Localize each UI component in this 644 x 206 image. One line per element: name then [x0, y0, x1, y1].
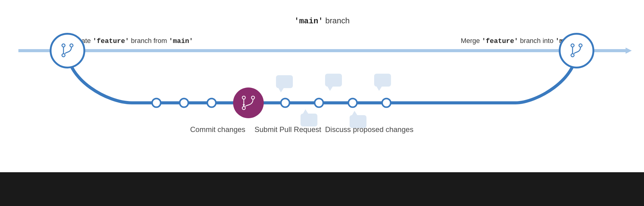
svg-point-15: [207, 99, 216, 107]
svg-point-24: [348, 99, 357, 107]
comment-bubble-2: [301, 109, 317, 126]
svg-marker-35: [377, 87, 382, 91]
svg-marker-29: [303, 109, 308, 114]
svg-marker-27: [278, 88, 284, 92]
svg-point-8: [560, 34, 593, 68]
svg-point-13: [152, 99, 161, 107]
svg-point-16: [233, 87, 264, 118]
svg-marker-31: [328, 87, 333, 91]
comment-bubble-1: [276, 75, 293, 92]
svg-point-23: [315, 99, 323, 107]
svg-rect-34: [374, 74, 391, 87]
svg-point-22: [281, 99, 289, 107]
submit-pr-label: Submit Pull Request: [255, 125, 321, 134]
bottom-bar: [0, 172, 644, 206]
diagram-area: 'main' branch Create 'feature' branch fr…: [0, 0, 644, 172]
comment-bubble-3: [325, 74, 342, 91]
svg-rect-30: [325, 74, 342, 87]
svg-point-14: [180, 99, 188, 107]
svg-point-3: [51, 34, 84, 68]
discuss-label: Discuss proposed changes: [325, 125, 413, 134]
svg-point-25: [382, 99, 391, 107]
diagram-svg: [0, 0, 644, 172]
svg-marker-33: [352, 111, 357, 115]
svg-rect-28: [301, 114, 317, 126]
svg-marker-1: [626, 48, 632, 54]
comment-bubble-5: [374, 74, 391, 91]
svg-rect-26: [276, 75, 293, 88]
commit-changes-label: Commit changes: [190, 125, 245, 134]
